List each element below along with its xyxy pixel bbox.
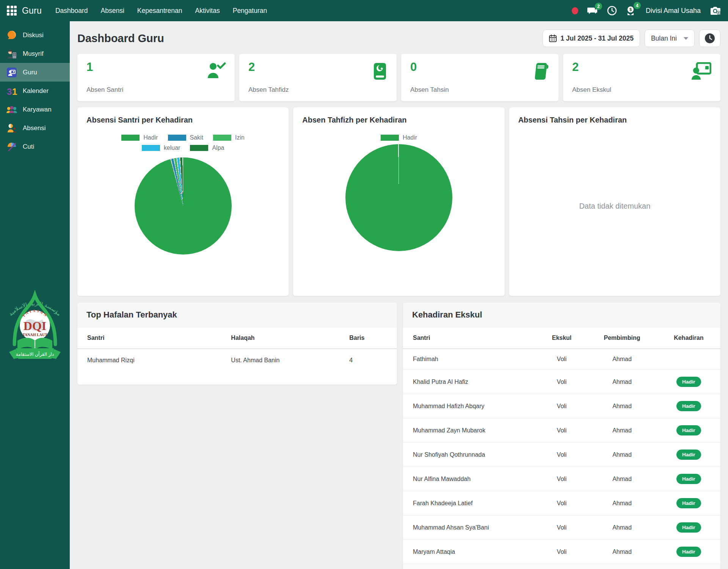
main-content: Dashboard Guru 1 Jul 2025 - 31 Jul 2025 … — [70, 21, 728, 569]
top-hafalan-card: Top Hafalan Terbanyak Santri Halaqah Bar… — [77, 303, 397, 385]
sidebar-item-kalender[interactable]: 31 Kalender — [0, 82, 70, 100]
calendar-31-icon: 31 — [6, 85, 17, 97]
table-row[interactable]: Farah Khadeeja Latief Voli Ahmad Hadir — [403, 491, 720, 516]
legend-item-izin[interactable]: Izin — [213, 134, 245, 141]
chat-bubble-icon — [6, 30, 17, 41]
charts-row: Absensi Santri per Kehadiran Hadir Sakit… — [77, 107, 720, 296]
legend-item-alpa[interactable]: Alpa — [190, 145, 224, 151]
table-row[interactable]: Maryam Attaqia Voli Ahmad Hadir — [403, 540, 720, 564]
legend-item-sakit[interactable]: Sakit — [168, 134, 204, 141]
sidebar-item-absensi[interactable]: Absensi — [0, 119, 70, 137]
sidebar-item-musyrif[interactable]: Musyrif — [0, 44, 70, 63]
chat-notifications-button[interactable]: 2 — [587, 6, 598, 15]
teacher-icon — [6, 67, 17, 78]
legend-swatch — [213, 135, 231, 141]
period-select-value: Bulan Ini — [651, 35, 677, 42]
column-header: Pembimbing — [587, 327, 657, 349]
cell-ekskul: Voli — [537, 443, 587, 467]
status-badge: Hadir — [676, 474, 701, 484]
person-presentation-icon — [692, 62, 711, 81]
legend-label: Hadir — [143, 134, 158, 141]
cell-ekskul: Voli — [537, 349, 587, 370]
stat-label: Absen Santri — [86, 86, 226, 95]
nav-item-dashboard[interactable]: Dashboard — [55, 7, 88, 15]
apps-grid-icon[interactable] — [7, 6, 17, 16]
table-row[interactable]: Muhammad Hafizh Abqary Voli Ahmad Hadir — [403, 394, 720, 418]
sidebar-item-label: Musyrif — [23, 50, 44, 58]
chart-card-absen-tahfizh: Absen Tahfizh per Kehadiran Hadir — [293, 107, 504, 296]
table-row[interactable]: Khalid Putra Al Hafiz Voli Ahmad Hadir — [403, 370, 720, 394]
column-header: Kehadiran — [657, 327, 720, 349]
nav-item-kepesantrenan[interactable]: Kepesantrenan — [137, 7, 182, 15]
nav-item-absensi[interactable]: Absensi — [101, 7, 124, 15]
table-row[interactable]: Muhammad Ahsan Sya'Bani Voli Ahmad Hadir — [403, 516, 720, 540]
chart-legend: Hadir Sakit Izin keluar Alpa — [86, 134, 279, 151]
legend-swatch — [121, 135, 140, 141]
sidebar-item-guru[interactable]: Guru — [0, 63, 70, 82]
cell-ekskul: Voli — [537, 467, 587, 491]
cell-pembimbing: Ahmad — [587, 418, 657, 443]
stat-card-absen-ekskul: 2 Absen Ekskul — [563, 54, 720, 101]
column-header: Santri — [403, 327, 537, 349]
chart-title: Absensi Tahsin per Kehadiran — [518, 116, 711, 124]
stat-value: 0 — [410, 61, 549, 74]
cell-santri: Muhammad Zayn Mubarok — [403, 418, 537, 443]
cell-pembimbing: Ahmad — [587, 467, 657, 491]
table-row[interactable]: Fathimah Voli Ahmad — [403, 349, 720, 370]
cell-santri: Fathimah — [403, 349, 537, 370]
support-person-icon — [6, 48, 17, 60]
table-row[interactable]: Nur Shofiyah Qothrunnada Voli Ahmad Hadi… — [403, 443, 720, 467]
screenshot-button[interactable] — [710, 6, 721, 16]
column-header: Baris — [339, 327, 397, 349]
people-group-icon — [6, 104, 17, 115]
cell-santri: Nur Alfina Mawaddah — [403, 467, 537, 491]
chart-card-absensi-santri: Absensi Santri per Kehadiran Hadir Sakit… — [77, 107, 289, 296]
sidebar-item-diskusi[interactable]: Diskusi — [0, 26, 70, 44]
cell-pembimbing: Ahmad — [587, 443, 657, 467]
clock-dark-icon — [704, 33, 715, 44]
legend-swatch — [381, 135, 399, 141]
period-select[interactable]: Bulan Ini — [645, 30, 695, 47]
logo-initials: DQI — [24, 319, 46, 333]
clock-icon — [607, 6, 617, 16]
history-button[interactable] — [607, 6, 617, 16]
table-row[interactable]: Muhammad Rizqi Ust. Ahmad Banin 4 — [77, 349, 397, 372]
user-name[interactable]: Divisi Amal Usaha — [646, 7, 701, 15]
svg-text:3: 3 — [7, 86, 12, 96]
svg-text:$: $ — [629, 7, 632, 12]
logo-region: TANAH LAUT — [22, 333, 47, 337]
top-navbar: Guru Dashboard Absensi Kepesantrenan Akt… — [0, 0, 728, 21]
navbar-links: Dashboard Absensi Kepesantrenan Aktivita… — [55, 7, 267, 15]
cell-ekskul: Voli — [537, 370, 587, 394]
legend-item-hadir[interactable]: Hadir — [381, 134, 417, 141]
history-toggle-button[interactable] — [699, 30, 720, 47]
table-row[interactable]: Nur Alfina Mawaddah Voli Ahmad Hadir — [403, 467, 720, 491]
cell-ekskul: Voli — [537, 516, 587, 540]
stat-value: 2 — [248, 61, 388, 74]
status-badge: Hadir — [676, 498, 701, 508]
payments-inbox-button[interactable]: $ 4 — [626, 5, 637, 16]
quran-icon — [372, 62, 388, 82]
date-range-button[interactable]: 1 Jul 2025 - 31 Jul 2025 — [543, 30, 640, 47]
kehadiran-ekskul-table: Santri Ekskul Pembimbing Kehadiran Fathi… — [403, 327, 720, 564]
stat-label: Absen Tahsin — [410, 86, 549, 95]
legend-item-hadir[interactable]: Hadir — [121, 134, 158, 141]
status-badge: Hadir — [676, 450, 701, 460]
sidebar-item-cuti[interactable]: Cuti — [0, 137, 70, 156]
legend-item-keluar[interactable]: keluar — [142, 145, 180, 151]
cell-pembimbing: Ahmad — [587, 516, 657, 540]
sidebar-item-label: Cuti — [23, 143, 34, 151]
book-icon — [533, 62, 549, 82]
camera-plus-icon — [710, 6, 721, 16]
nav-item-pengaturan[interactable]: Pengaturan — [233, 7, 267, 15]
stat-card-absen-tahfidz: 2 Absen Tahfidz — [239, 54, 397, 101]
chevron-down-icon — [684, 37, 688, 40]
cell-pembimbing: Ahmad — [587, 370, 657, 394]
nav-item-aktivitas[interactable]: Aktivitas — [195, 7, 220, 15]
cell-pembimbing: Ahmad — [587, 540, 657, 564]
sidebar-item-label: Guru — [23, 69, 37, 76]
table-row[interactable]: Muhammad Zayn Mubarok Voli Ahmad Hadir — [403, 418, 720, 443]
umbrella-icon — [6, 141, 17, 152]
empty-state-text: Data tidak ditemukan — [518, 124, 711, 288]
sidebar-item-karyawan[interactable]: Karyawan — [0, 100, 70, 119]
